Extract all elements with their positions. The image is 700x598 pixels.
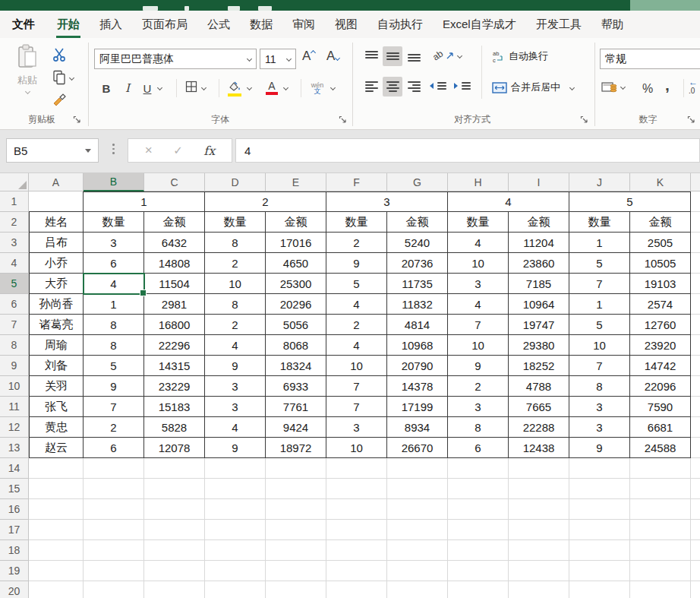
merged-group-header-5[interactable]: 5 — [569, 191, 691, 212]
cell-K14[interactable] — [630, 458, 691, 479]
borders-dropdown-icon[interactable] — [201, 85, 207, 90]
cell-D5[interactable]: 10 — [205, 274, 266, 294]
cell-E18[interactable] — [266, 540, 326, 561]
cell-I8[interactable]: 29380 — [509, 335, 569, 356]
cell-J12[interactable]: 3 — [569, 417, 630, 438]
cell-G5[interactable]: 11735 — [387, 274, 448, 294]
cell-E2[interactable]: 金额 — [266, 212, 326, 233]
cell-F13[interactable]: 10 — [326, 438, 387, 458]
insert-function-icon[interactable]: fx — [203, 144, 215, 158]
column-header-D[interactable]: D — [205, 173, 266, 191]
cell-F8[interactable]: 4 — [326, 335, 387, 356]
cell-I9[interactable]: 18252 — [509, 356, 569, 376]
cell-D11[interactable]: 3 — [205, 397, 266, 417]
cell-G6[interactable]: 11832 — [387, 294, 448, 315]
cell-A6[interactable]: 孙尚香 — [29, 294, 84, 315]
cell-G4[interactable]: 20736 — [387, 253, 448, 274]
cell-A1[interactable] — [29, 191, 84, 212]
column-header-A[interactable]: A — [29, 173, 84, 191]
paste-dropdown-icon[interactable] — [24, 89, 30, 94]
cell-H11[interactable]: 3 — [448, 397, 509, 417]
cell-A12[interactable]: 黄忠 — [29, 417, 84, 438]
cell-H7[interactable]: 7 — [448, 315, 509, 335]
cell-C19[interactable] — [144, 561, 205, 581]
cell-C15[interactable] — [144, 479, 205, 499]
tab-data[interactable]: 数据 — [240, 11, 282, 38]
cell-F9[interactable]: 10 — [326, 356, 387, 376]
cell-J7[interactable]: 5 — [569, 315, 630, 335]
cell-F11[interactable]: 7 — [326, 397, 387, 417]
cell-D13[interactable]: 9 — [205, 438, 266, 458]
column-header-G[interactable]: G — [387, 173, 448, 191]
cell-I3[interactable]: 11204 — [509, 233, 569, 253]
cell-J10[interactable]: 8 — [569, 376, 630, 397]
cell-K9[interactable]: 14742 — [630, 356, 691, 376]
cell-F6[interactable]: 4 — [326, 294, 387, 315]
cell-K3[interactable]: 2505 — [630, 233, 691, 253]
increase-indent-button[interactable] — [454, 81, 471, 90]
cell-H3[interactable]: 4 — [448, 233, 509, 253]
cell-E4[interactable]: 4650 — [266, 253, 326, 274]
cell-A10[interactable]: 关羽 — [29, 376, 84, 397]
align-top-button[interactable] — [361, 46, 381, 66]
cell-I14[interactable] — [509, 458, 569, 479]
cell-C10[interactable]: 23229 — [144, 376, 205, 397]
row-header-4[interactable]: 4 — [0, 253, 29, 274]
cell-H15[interactable] — [448, 479, 509, 499]
row-header-20[interactable]: 20 — [0, 581, 29, 598]
cell-I5[interactable]: 7185 — [509, 274, 569, 294]
cell-A18[interactable] — [29, 540, 84, 561]
cell-G7[interactable]: 4814 — [387, 315, 448, 335]
cell-I4[interactable]: 23860 — [509, 253, 569, 274]
cell-E9[interactable]: 18324 — [266, 356, 326, 376]
font-size-combo[interactable]: 11 — [260, 49, 296, 69]
cell-D6[interactable]: 8 — [205, 294, 266, 315]
column-header-K[interactable]: K — [630, 173, 691, 191]
cell-A4[interactable]: 小乔 — [29, 253, 84, 274]
cell-D15[interactable] — [205, 479, 266, 499]
tab-insert[interactable]: 插入 — [90, 11, 132, 38]
cell-I11[interactable]: 7665 — [509, 397, 569, 417]
align-center-button[interactable] — [383, 77, 402, 97]
align-right-button[interactable] — [404, 77, 424, 97]
cell-A8[interactable]: 周瑜 — [29, 335, 84, 356]
cell-D16[interactable] — [205, 499, 266, 520]
column-header-B[interactable]: B — [84, 173, 144, 191]
cell-C9[interactable]: 14315 — [144, 356, 205, 376]
cell-F18[interactable] — [326, 540, 387, 561]
number-format-combo[interactable]: 常规 — [600, 49, 700, 69]
cell-C17[interactable] — [144, 520, 205, 540]
cell-B8[interactable]: 8 — [84, 335, 144, 356]
cell-G14[interactable] — [387, 458, 448, 479]
cell-K8[interactable]: 23920 — [630, 335, 691, 356]
cell-K15[interactable] — [630, 479, 691, 499]
column-header-J[interactable]: J — [569, 173, 630, 191]
tab-page-layout[interactable]: 页面布局 — [132, 11, 197, 38]
cell-H20[interactable] — [448, 581, 509, 598]
cell-F14[interactable] — [326, 458, 387, 479]
cell-C8[interactable]: 22296 — [144, 335, 205, 356]
cell-H8[interactable]: 10 — [448, 335, 509, 356]
merged-group-header-4[interactable]: 4 — [448, 191, 569, 212]
row-header-5[interactable]: 5 — [0, 274, 29, 294]
cell-E5[interactable]: 25300 — [266, 274, 326, 294]
cell-A20[interactable] — [29, 581, 84, 598]
font-dialog-launcher[interactable] — [339, 115, 348, 125]
cell-K7[interactable]: 12760 — [630, 315, 691, 335]
cell-F10[interactable]: 7 — [326, 376, 387, 397]
row-header-1[interactable]: 1 — [0, 191, 29, 212]
cell-H10[interactable]: 2 — [448, 376, 509, 397]
cell-B16[interactable] — [84, 499, 144, 520]
clipboard-dialog-launcher[interactable] — [73, 115, 82, 125]
cell-B6[interactable]: 1 — [84, 294, 144, 315]
cell-B9[interactable]: 5 — [84, 356, 144, 376]
cell-D2[interactable]: 数量 — [205, 212, 266, 233]
cell-B14[interactable] — [84, 458, 144, 479]
cell-A9[interactable]: 刘备 — [29, 356, 84, 376]
cell-E14[interactable] — [266, 458, 326, 479]
tab-automate[interactable]: 自动执行 — [367, 11, 433, 38]
cell-I15[interactable] — [509, 479, 569, 499]
cell-E3[interactable]: 17016 — [266, 233, 326, 253]
cell-J14[interactable] — [569, 458, 630, 479]
cell-I7[interactable]: 19747 — [509, 315, 569, 335]
